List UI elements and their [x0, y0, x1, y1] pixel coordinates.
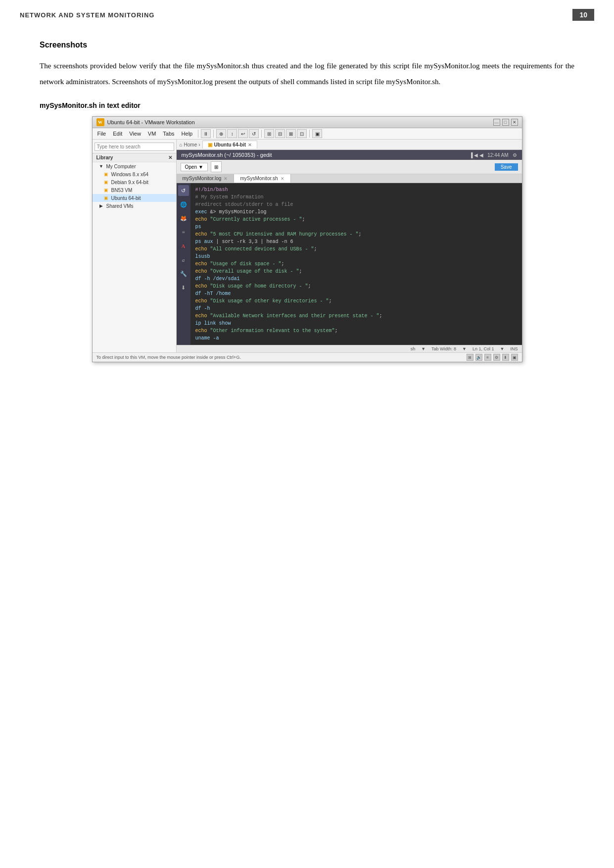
- vmware-window-title: Ubuntu 64-bit - VMware Workstation: [107, 119, 195, 125]
- expand-icon: ▼: [98, 163, 104, 169]
- tab-icon: ▣: [208, 142, 212, 147]
- menu-file[interactable]: File: [94, 130, 109, 138]
- status-icon-2[interactable]: 🔊: [475, 354, 482, 361]
- sidebar-item-windows[interactable]: ▣ Windows 8.x x64: [93, 170, 176, 178]
- tab-sh-close[interactable]: ✕: [281, 176, 284, 181]
- toolbar-btn-pause[interactable]: ⏸: [201, 129, 211, 138]
- gedit-title: mySysMonitor.sh (~/ 1050353) - gedit: [182, 152, 272, 158]
- statusbar-position: Ln 1, Col 1: [472, 346, 494, 351]
- gedit-side-icon-3[interactable]: 🦊: [178, 213, 189, 224]
- toolbar-btn-2[interactable]: ↕: [227, 129, 237, 138]
- tab-sh[interactable]: mySysMonitor.sh ✕: [234, 174, 290, 183]
- tab-close-icon[interactable]: ✕: [248, 143, 252, 147]
- gedit-side-icon-5[interactable]: 🔧: [178, 268, 189, 279]
- open-label: Open: [185, 164, 197, 170]
- breadcrumb-separator: ›: [198, 142, 200, 147]
- breadcrumb-home: Home: [184, 142, 197, 147]
- search-input[interactable]: [94, 143, 174, 151]
- tab-sh-label: mySysMonitor.sh: [240, 176, 278, 181]
- toolbar-btn-3[interactable]: ↩: [238, 129, 248, 138]
- maximize-button[interactable]: □: [502, 119, 509, 126]
- vmware-window-controls: — □ ✕: [493, 119, 518, 126]
- tree-label: BN53 VM: [111, 188, 133, 193]
- toolbar-divider-1: [198, 130, 198, 138]
- statusbar-sh[interactable]: sh: [411, 346, 416, 351]
- gedit-side-icon-A[interactable]: A: [178, 241, 189, 251]
- screenshots-body: The screenshots provided below verify th…: [40, 58, 574, 90]
- vmware-window: W Ubuntu 64-bit - VMware Workstation — □…: [92, 116, 522, 362]
- vmware-app-icon: W: [96, 118, 104, 126]
- library-label: Library ✕: [93, 153, 176, 162]
- sidebar-item-debian[interactable]: ▣ Debian 9.x 64-bit: [93, 178, 176, 186]
- gedit-code-editor[interactable]: #!/bin/bash # My System Information #red…: [190, 183, 522, 345]
- gedit-status-icons: ▐ ◀ ◀: [470, 152, 484, 158]
- sidebar-item-shared-vms[interactable]: ▶ Shared VMs: [93, 202, 176, 210]
- toolbar-divider-2: [213, 130, 214, 138]
- body-text-span: The screenshots provided below verify th…: [40, 62, 574, 86]
- gedit-save-button[interactable]: Save: [495, 163, 518, 171]
- vm-main: ⌂ Home › ▣ Ubuntu 64-bit ✕ mySysMonitor.…: [177, 140, 522, 352]
- vm-icon: ▣: [103, 187, 109, 193]
- sidebar-item-bn53[interactable]: ▣ BN53 VM: [93, 186, 176, 194]
- gedit-open-button[interactable]: Open ▼: [181, 163, 208, 171]
- sidebar-item-my-computer[interactable]: ▼ My Computer: [93, 162, 176, 170]
- toolbar-btn-9[interactable]: ▣: [312, 129, 322, 138]
- page-number: 10: [572, 9, 594, 21]
- vmware-statusbar: To direct input to this VM, move the mou…: [93, 352, 522, 362]
- statusbar-arrow-icon: ▼: [421, 346, 425, 351]
- statusbar-tab-width[interactable]: Tab Width: 8: [431, 346, 456, 351]
- screenshots-heading: Screenshots: [40, 41, 574, 49]
- sidebar-item-ubuntu[interactable]: ▣ Ubuntu 64-bit: [93, 194, 176, 202]
- vmware-status-text: To direct input to this VM, move the mou…: [96, 355, 241, 360]
- tab-log[interactable]: mySysMonitor.log ✕: [177, 174, 235, 183]
- page-title: NETWORK AND SYSTEM MONITORING: [20, 11, 154, 19]
- status-icon-6[interactable]: ▣: [511, 354, 518, 361]
- gedit-side-icon-a[interactable]: a: [178, 254, 189, 265]
- status-icon-4[interactable]: ⚙: [493, 354, 500, 361]
- menu-help[interactable]: Help: [179, 130, 196, 138]
- gedit-time: 12:44 AM: [487, 152, 508, 158]
- menu-view[interactable]: View: [126, 130, 144, 138]
- gedit-side-icon-4[interactable]: ≡: [178, 227, 189, 238]
- vmware-titlebar: W Ubuntu 64-bit - VMware Workstation — □…: [93, 117, 522, 128]
- minimize-button[interactable]: —: [493, 119, 500, 126]
- toolbar-btn-7[interactable]: ⊠: [286, 129, 296, 138]
- gedit-new-btn[interactable]: ⊞: [211, 161, 222, 172]
- tree-label: Windows 8.x x64: [111, 172, 149, 177]
- toolbar-btn-5[interactable]: ⊞: [264, 129, 274, 138]
- gedit-editor-container: ↺ 🌐 🦊 ≡ A a 🔧 ⬇ #!/bin/bash # M: [177, 183, 522, 345]
- tree-label: Debian 9.x 64-bit: [111, 180, 149, 185]
- page-header: NETWORK AND SYSTEM MONITORING 10: [0, 0, 614, 26]
- vm-icon: ▣: [103, 171, 109, 177]
- gedit-settings-icon[interactable]: ⚙: [513, 152, 517, 158]
- gedit-side-icon-2[interactable]: 🌐: [178, 199, 189, 210]
- status-icon-1[interactable]: ⊞: [467, 354, 473, 361]
- library-close-icon[interactable]: ✕: [168, 155, 172, 160]
- tree-label: Shared VMs: [106, 203, 134, 209]
- toolbar-btn-6[interactable]: ⊟: [275, 129, 285, 138]
- gedit-statusbar: sh ▼ Tab Width: 8 ▼ Ln 1, Col 1 ▼ INS: [177, 345, 522, 352]
- tab-log-close[interactable]: ✕: [224, 176, 228, 181]
- main-content: Screenshots The screenshots provided bel…: [0, 26, 614, 377]
- toolbar-btn-8[interactable]: ⊡: [297, 129, 307, 138]
- close-button[interactable]: ✕: [511, 119, 518, 126]
- breadcrumb: ⌂ Home ›: [180, 142, 200, 147]
- status-icon-3[interactable]: ≡: [484, 354, 491, 361]
- vm-tabbar: ⌂ Home › ▣ Ubuntu 64-bit ✕: [177, 140, 522, 150]
- gedit-side-icon-1[interactable]: ↺: [178, 185, 189, 196]
- vmware-body: Library ✕ ▼ My Computer ▣ Windows 8.x x6…: [93, 140, 522, 352]
- gedit-side-icon-6[interactable]: ⬇: [178, 282, 189, 293]
- tab-ubuntu[interactable]: ▣ Ubuntu 64-bit ✕: [202, 141, 257, 148]
- tree-label: Ubuntu 64-bit: [111, 195, 141, 201]
- tab-log-label: mySysMonitor.log: [183, 176, 222, 181]
- status-icon-5[interactable]: ⬇: [502, 354, 509, 361]
- text-editor-heading: mySysMonitor.sh in text editor: [40, 101, 574, 109]
- gedit-title-icons: ▐ ◀ ◀ 12:44 AM ⚙: [470, 152, 517, 158]
- menu-vm[interactable]: VM: [145, 130, 159, 138]
- toolbar-btn-1[interactable]: ⊕: [216, 129, 226, 138]
- menu-edit[interactable]: Edit: [110, 130, 125, 138]
- tree-label: My Computer: [106, 164, 136, 169]
- menu-tabs[interactable]: Tabs: [160, 130, 177, 138]
- toolbar-btn-4[interactable]: ↺: [249, 129, 259, 138]
- home-icon[interactable]: ⌂: [180, 142, 183, 147]
